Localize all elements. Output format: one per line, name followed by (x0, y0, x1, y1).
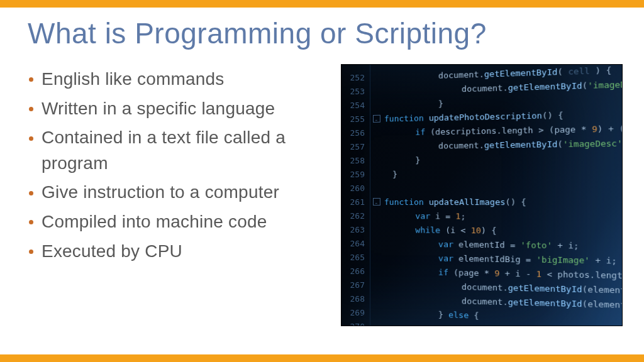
bullet-item: Contained in a text file called a progra… (28, 125, 330, 176)
bullet-item: Compiled into machine code (28, 209, 330, 235)
bullet-item: Written in a specific language (28, 96, 330, 122)
code-gutter: 252 253 254 255 256 257 258 259 260 261 … (341, 65, 370, 326)
accent-bar-top (0, 0, 644, 8)
code-editor-image: 252 253 254 255 256 257 258 259 260 261 … (341, 64, 623, 326)
accent-bar-bottom (0, 354, 644, 362)
bullet-list: English like commands Written in a speci… (28, 67, 330, 268)
slide-title: What is Programming or Scripting? (28, 16, 623, 50)
bullet-item: English like commands (28, 67, 330, 92)
bullet-item: Give instruction to a computer (28, 180, 330, 206)
bullet-item: Executed by CPU (28, 239, 330, 265)
slide-body: English like commands Written in a speci… (28, 64, 623, 326)
slide: What is Programming or Scripting? Englis… (0, 8, 644, 354)
code-content: document.getElementById( cell ) { docume… (373, 64, 623, 326)
